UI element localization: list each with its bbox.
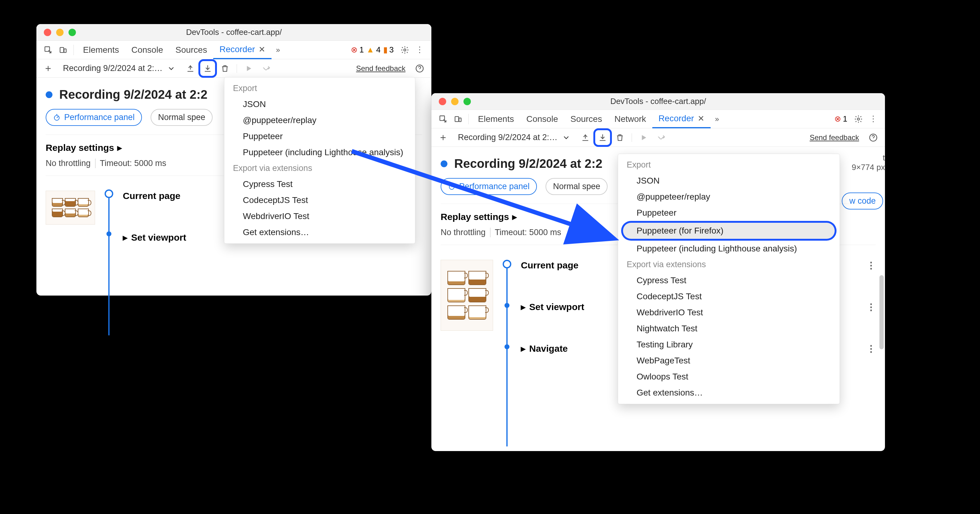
panel-tabbar: Elements Console Sources Recorder✕ » ⊗1 … — [37, 41, 431, 59]
export-menu: Export JSON @puppeteer/replay Puppeteer … — [618, 154, 840, 404]
replay-icon[interactable] — [241, 61, 256, 76]
menu-item-puppeteer[interactable]: Puppeteer — [618, 205, 840, 221]
send-feedback-link[interactable]: Send feedback — [810, 133, 863, 142]
svg-point-9 — [858, 118, 860, 120]
step-icon[interactable] — [654, 130, 668, 145]
device-toolbar-icon[interactable] — [450, 112, 465, 126]
svg-rect-7 — [455, 116, 459, 121]
device-toolbar-icon[interactable] — [56, 43, 70, 57]
menu-item-puppeteer-replay[interactable]: @puppeteer/replay — [618, 189, 840, 205]
titlebar: DevTools - coffee-cart.app/ — [431, 93, 885, 110]
svg-rect-8 — [459, 118, 461, 122]
menu-item-puppeteer[interactable]: Puppeteer — [224, 128, 415, 145]
step-kebab-icon[interactable]: ⋮ — [867, 260, 876, 271]
menu-item-webpagetest[interactable]: WebPageTest — [618, 353, 840, 369]
menu-group-export: Export — [224, 81, 415, 96]
tab-recorder[interactable]: Recorder✕ — [652, 110, 711, 128]
side-label: t — [852, 153, 885, 162]
tab-console[interactable]: Console — [125, 41, 169, 59]
menu-item-testing-library[interactable]: Testing Library — [618, 337, 840, 353]
settings-icon[interactable] — [398, 43, 412, 57]
delete-icon[interactable] — [612, 130, 627, 145]
export-icon[interactable] — [200, 61, 215, 76]
step-icon[interactable] — [259, 61, 274, 76]
scrollbar-thumb[interactable] — [880, 275, 884, 349]
tab-console[interactable]: Console — [520, 110, 564, 128]
step-thumbnail — [46, 191, 95, 224]
tab-network[interactable]: Network — [608, 110, 652, 128]
close-tab-icon[interactable]: ✕ — [698, 114, 705, 123]
new-recording-icon[interactable] — [436, 130, 450, 145]
export-icon[interactable] — [595, 130, 610, 145]
menu-item-codeceptjs[interactable]: CodeceptJS Test — [618, 288, 840, 304]
maximize-window-icon[interactable] — [463, 98, 471, 105]
console-stats[interactable]: ⊗1 — [834, 114, 851, 124]
menu-item-owloops[interactable]: Owloops Test — [618, 369, 840, 385]
side-dimensions: 9×774 px — [852, 162, 885, 172]
menu-item-puppeteer-firefox[interactable]: Puppeteer (for Firefox) — [623, 223, 835, 239]
step-kebab-icon[interactable]: ⋮ — [867, 343, 876, 354]
tab-elements[interactable]: Elements — [472, 110, 520, 128]
menu-item-nightwatch[interactable]: Nightwatch Test — [618, 321, 840, 337]
console-stats[interactable]: ⊗1 ▲4 ▮3 — [351, 45, 398, 55]
titlebar: DevTools - coffee-cart.app/ — [37, 24, 431, 41]
delete-icon[interactable] — [218, 61, 232, 76]
inspect-element-icon[interactable] — [436, 112, 450, 126]
settings-icon[interactable] — [851, 112, 866, 126]
step-kebab-icon[interactable]: ⋮ — [867, 301, 876, 312]
window-title: DevTools - coffee-cart.app/ — [186, 27, 282, 37]
throttling-value: No throttling — [46, 159, 91, 168]
performance-panel-button[interactable]: Performance panel — [46, 109, 142, 126]
inspect-element-icon[interactable] — [41, 43, 56, 57]
annotation-arrow — [345, 145, 623, 252]
tab-recorder[interactable]: Recorder✕ — [213, 41, 272, 59]
window-title: DevTools - coffee-cart.app/ — [610, 97, 706, 106]
speed-selector[interactable]: Normal spee — [151, 109, 213, 126]
window-controls — [37, 29, 76, 36]
menu-item-cypress[interactable]: Cypress Test — [618, 272, 840, 288]
tab-elements[interactable]: Elements — [77, 41, 125, 59]
svg-rect-1 — [60, 47, 64, 52]
svg-rect-2 — [64, 49, 66, 53]
menu-item-json[interactable]: JSON — [618, 173, 840, 189]
send-feedback-link[interactable]: Send feedback — [356, 64, 410, 73]
kebab-menu-icon[interactable]: ⋮ — [412, 43, 427, 57]
minimize-window-icon[interactable] — [451, 98, 458, 105]
recording-selector[interactable]: Recording 9/2/2024 at 2:… — [58, 62, 180, 75]
recording-dot-icon — [46, 91, 52, 98]
import-icon[interactable] — [183, 61, 198, 76]
menu-item-json[interactable]: JSON — [224, 96, 415, 112]
menu-item-webdriverio[interactable]: WebdriverIO Test — [618, 304, 840, 321]
maximize-window-icon[interactable] — [68, 29, 76, 36]
panel-tabbar: Elements Console Sources Network Recorde… — [431, 110, 885, 128]
menu-group-export: Export — [618, 157, 840, 173]
help-icon[interactable] — [412, 61, 427, 76]
menu-item-get-extensions[interactable]: Get extensions… — [618, 385, 840, 401]
more-tabs-icon[interactable]: » — [711, 115, 721, 123]
kebab-menu-icon[interactable]: ⋮ — [866, 112, 881, 126]
minimize-window-icon[interactable] — [56, 29, 64, 36]
help-icon[interactable] — [866, 130, 881, 145]
close-window-icon[interactable] — [439, 98, 446, 105]
menu-item-puppeteer-lighthouse[interactable]: Puppeteer (including Lighthouse analysis… — [618, 241, 840, 257]
tab-sources[interactable]: Sources — [564, 110, 608, 128]
recorder-toolbar: Recording 9/2/2024 at 2:… Send feedback — [431, 128, 885, 147]
import-icon[interactable] — [578, 130, 593, 145]
recording-selector[interactable]: Recording 9/2/2024 at 2:… — [453, 131, 576, 145]
timeout-value: Timeout: 5000 ms — [100, 159, 166, 168]
close-tab-icon[interactable]: ✕ — [259, 45, 266, 54]
more-tabs-icon[interactable]: » — [272, 46, 282, 54]
replay-icon[interactable] — [636, 130, 651, 145]
step-thumbnail — [441, 260, 493, 331]
new-recording-icon[interactable] — [41, 61, 56, 76]
svg-point-3 — [404, 49, 406, 51]
window-controls — [431, 98, 471, 105]
close-window-icon[interactable] — [44, 29, 51, 36]
tab-sources[interactable]: Sources — [169, 41, 213, 59]
menu-group-extensions: Export via extensions — [618, 257, 840, 272]
show-code-button[interactable]: w code — [842, 193, 883, 210]
recorder-toolbar: Recording 9/2/2024 at 2:… Send feedback — [37, 59, 431, 78]
menu-item-puppeteer-replay[interactable]: @puppeteer/replay — [224, 112, 415, 128]
